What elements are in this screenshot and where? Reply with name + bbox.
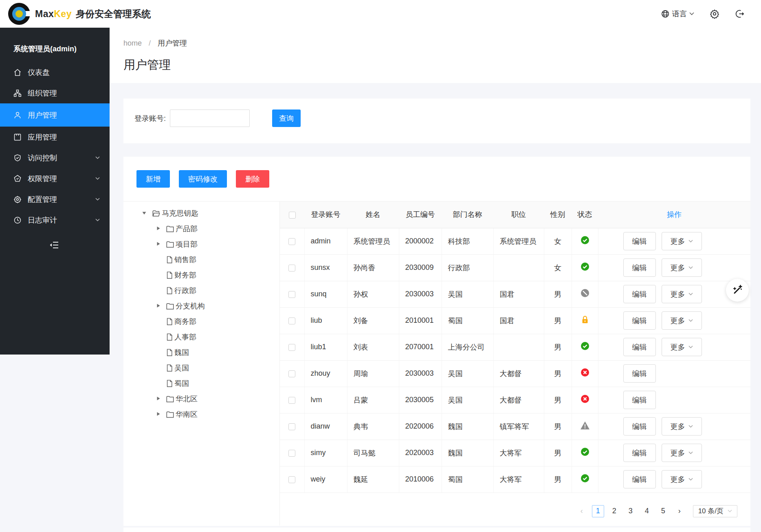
theme-fab-button[interactable] [726, 279, 749, 302]
change-password-button[interactable]: 密码修改 [179, 170, 227, 188]
cell-gender: 男 [544, 360, 572, 387]
home-icon [13, 68, 22, 77]
brand[interactable]: MaxKey 身份安全管理系统 [0, 2, 151, 26]
caret-right-icon[interactable] [155, 240, 161, 249]
row-checkbox[interactable] [288, 344, 295, 351]
tree-node[interactable]: 销售部 [123, 252, 279, 267]
sidebar-item-permissions[interactable]: 权限管理 [0, 168, 110, 189]
pagination-page-5[interactable]: 5 [657, 505, 669, 517]
edit-button[interactable]: 编辑 [623, 364, 656, 383]
more-button[interactable]: 更多 [662, 470, 702, 488]
more-button[interactable]: 更多 [662, 258, 702, 277]
language-switcher[interactable]: 语言 [661, 9, 694, 19]
caret-down-icon[interactable] [141, 209, 147, 218]
pagination-page-4[interactable]: 4 [641, 505, 653, 517]
row-checkbox[interactable] [288, 291, 295, 298]
cell-gender: 男 [544, 387, 572, 413]
sidebar-item-users[interactable]: 用户管理 [0, 103, 110, 127]
edit-button[interactable]: 编辑 [623, 338, 656, 356]
caret-right-icon[interactable] [155, 225, 161, 233]
table-header-row: 登录账号 姓名 员工编号 部门名称 职位 性别 状态 操作 [280, 201, 750, 228]
pagination-page-3[interactable]: 3 [625, 505, 637, 517]
pagination-page-1[interactable]: 1 [592, 505, 604, 517]
tree-node[interactable]: 产品部 [123, 221, 279, 236]
more-button[interactable]: 更多 [662, 417, 702, 436]
breadcrumb-current: 用户管理 [158, 39, 187, 47]
cell-employee_no: 2030003 [399, 360, 442, 387]
row-checkbox[interactable] [288, 317, 295, 324]
more-button[interactable]: 更多 [662, 285, 702, 303]
more-button[interactable]: 更多 [662, 232, 702, 250]
cell-position: 镇军将军 [493, 413, 544, 440]
cell-gender: 男 [544, 413, 572, 440]
cell-name: 周瑜 [347, 360, 399, 387]
cell-employee_no: 2010006 [399, 466, 442, 493]
col-header-name: 姓名 [347, 201, 399, 228]
cell-gender: 女 [544, 254, 572, 281]
row-checkbox[interactable] [288, 397, 295, 404]
sidebar-item-applications[interactable]: 应用管理 [0, 127, 110, 147]
more-button[interactable]: 更多 [662, 444, 702, 462]
caret-right-icon[interactable] [155, 395, 161, 403]
row-checkbox[interactable] [288, 370, 295, 377]
page-size-select[interactable]: 10 条/页 [693, 505, 737, 517]
edit-button[interactable]: 编辑 [623, 285, 656, 303]
organization-tree: 马克思钥匙 产品部 项目部 销售部 财务部 行政部 [123, 201, 280, 525]
edit-button[interactable]: 编辑 [623, 417, 656, 436]
row-checkbox[interactable] [288, 265, 295, 271]
edit-button[interactable]: 编辑 [623, 470, 656, 488]
chevron-down-icon [688, 425, 693, 428]
pagination-page-2[interactable]: 2 [608, 505, 620, 517]
edit-button[interactable]: 编辑 [623, 258, 656, 277]
edit-button[interactable]: 编辑 [623, 232, 656, 250]
col-header-gender: 性别 [544, 201, 572, 228]
sidebar-item-access[interactable]: 访问控制 [0, 147, 110, 168]
more-button[interactable]: 更多 [662, 338, 702, 356]
tree-node[interactable]: 蜀国 [123, 376, 279, 391]
tree-node[interactable]: 分支机构 [123, 298, 279, 314]
row-checkbox[interactable] [288, 238, 295, 245]
table-row: liub 刘备 2010001 蜀国 国君 男 编辑 更多 [280, 307, 750, 334]
caret-right-icon[interactable] [155, 302, 161, 311]
add-button[interactable]: 新增 [136, 170, 170, 188]
tree-node[interactable]: 魏国 [123, 345, 279, 360]
tree-node[interactable]: 项目部 [123, 236, 279, 252]
tree-node[interactable]: 人事部 [123, 329, 279, 345]
caret-right-icon[interactable] [155, 410, 161, 419]
select-all-checkbox[interactable] [289, 212, 296, 219]
edit-button[interactable]: 编辑 [623, 444, 656, 462]
cell-gender: 男 [544, 334, 572, 360]
menu-collapse-button[interactable] [0, 240, 110, 252]
file-icon [166, 333, 173, 341]
row-checkbox[interactable] [288, 476, 295, 483]
tree-node[interactable]: 财务部 [123, 267, 279, 283]
query-button[interactable]: 查询 [272, 109, 301, 127]
tree-node[interactable]: 商务部 [123, 314, 279, 329]
tree-node[interactable]: 华北区 [123, 391, 279, 407]
edit-button[interactable]: 编辑 [623, 311, 656, 330]
sidebar-item-audit[interactable]: 日志审计 [0, 210, 110, 230]
sidebar-item-config[interactable]: 配置管理 [0, 189, 110, 210]
tree-node[interactable]: 马克思钥匙 [123, 206, 279, 221]
tree-node[interactable]: 吴国 [123, 360, 279, 376]
more-button[interactable]: 更多 [662, 311, 702, 330]
logout-button[interactable] [735, 9, 745, 19]
sidebar-item-organization[interactable]: 组织管理 [0, 83, 110, 103]
settings-button[interactable] [710, 9, 719, 19]
cell-account: liub1 [304, 334, 347, 360]
login-account-input[interactable] [170, 109, 250, 127]
pagination-next[interactable]: › [673, 505, 686, 517]
tree-node[interactable]: 华南区 [123, 407, 279, 422]
sidebar-item-dashboard[interactable]: 仪表盘 [0, 62, 110, 83]
col-header-position: 职位 [493, 201, 544, 228]
pagination-prev[interactable]: ‹ [576, 505, 588, 517]
gear-icon [710, 9, 719, 19]
row-checkbox[interactable] [288, 450, 295, 457]
file-icon [166, 348, 173, 357]
cell-position: 系统管理员 [493, 228, 544, 254]
row-checkbox[interactable] [288, 423, 295, 430]
delete-button[interactable]: 删除 [236, 170, 269, 188]
breadcrumb-home-link[interactable]: home [123, 39, 142, 47]
tree-node[interactable]: 行政部 [123, 283, 279, 298]
edit-button[interactable]: 编辑 [623, 391, 656, 409]
